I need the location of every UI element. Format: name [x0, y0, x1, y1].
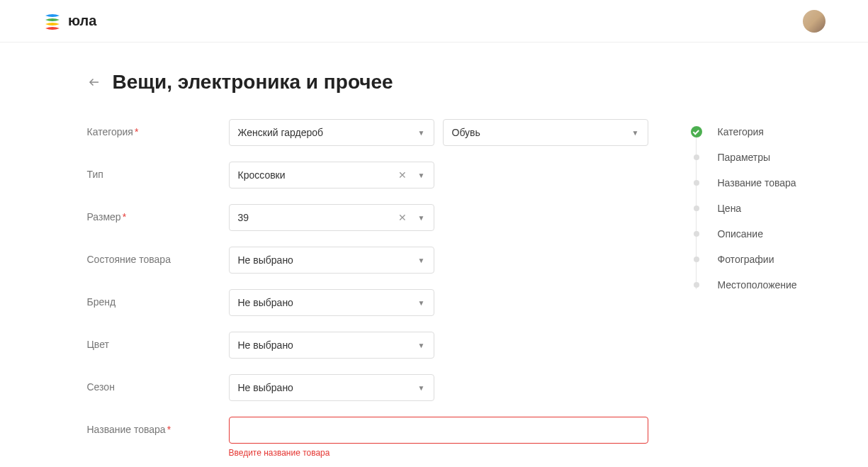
- label-brand: Бренд: [87, 289, 229, 308]
- input-title[interactable]: [229, 417, 648, 444]
- select-value: Не выбрано: [238, 382, 293, 393]
- dot-icon: [694, 282, 699, 288]
- dot-icon: [694, 180, 699, 186]
- row-type: Тип Кроссовки ✕ ▼: [87, 162, 648, 189]
- row-brand: Бренд Не выбрано ▼: [87, 289, 648, 316]
- select-brand[interactable]: Не выбрано ▼: [229, 289, 434, 316]
- chevron-down-icon: ▼: [418, 384, 425, 392]
- logo[interactable]: юла: [43, 11, 96, 31]
- row-season: Сезон Не выбрано ▼: [87, 374, 648, 401]
- chevron-down-icon: ▼: [418, 299, 425, 307]
- select-value: 39: [238, 212, 249, 223]
- select-category-sub[interactable]: Обувь ▼: [443, 119, 648, 146]
- step-item[interactable]: Местоположение: [691, 272, 797, 298]
- logo-icon: [43, 11, 62, 31]
- select-value: Не выбрано: [238, 339, 293, 351]
- chevron-down-icon: ▼: [418, 214, 425, 222]
- step-label: Цена: [718, 203, 742, 214]
- clear-icon[interactable]: ✕: [395, 212, 410, 223]
- label-category: Категория*: [87, 119, 229, 137]
- row-condition: Состояние товара Не выбрано ▼: [87, 247, 648, 274]
- clear-icon[interactable]: ✕: [395, 169, 410, 181]
- label-size: Размер*: [87, 204, 229, 223]
- title-row: Вещи, электроника и прочее: [87, 71, 782, 94]
- chevron-down-icon: ▼: [418, 171, 425, 179]
- step-item[interactable]: Цена: [691, 196, 797, 221]
- select-value: Обувь: [452, 127, 480, 138]
- label-condition: Состояние товара: [87, 247, 229, 265]
- step-item[interactable]: Название товара: [691, 170, 797, 196]
- select-condition[interactable]: Не выбрано ▼: [229, 247, 434, 274]
- chevron-down-icon: ▼: [418, 257, 425, 264]
- check-icon: [691, 126, 702, 137]
- step-label: Фотографии: [718, 254, 774, 265]
- step-item[interactable]: Описание: [691, 221, 797, 247]
- step-label: Описание: [718, 228, 763, 240]
- select-value: Не выбрано: [238, 254, 293, 266]
- select-color[interactable]: Не выбрано ▼: [229, 332, 434, 359]
- step-label: Название товара: [718, 177, 796, 189]
- row-size: Размер* 39 ✕ ▼: [87, 204, 648, 231]
- step-item[interactable]: Фотографии: [691, 247, 797, 272]
- error-title: Введите название товара: [229, 448, 648, 458]
- select-value: Не выбрано: [238, 297, 293, 308]
- select-season[interactable]: Не выбрано ▼: [229, 374, 434, 401]
- dot-icon: [694, 257, 699, 262]
- select-size[interactable]: 39 ✕ ▼: [229, 204, 434, 231]
- label-season: Сезон: [87, 374, 229, 393]
- select-category-main[interactable]: Женский гардероб ▼: [229, 119, 434, 146]
- row-category: Категория* Женский гардероб ▼ Обувь ▼: [87, 119, 648, 146]
- row-title: Название товара* Введите название товара: [87, 417, 648, 458]
- label-title: Название товара*: [87, 417, 229, 435]
- step-label: Местоположение: [718, 279, 797, 291]
- page-title: Вещи, электроника и прочее: [113, 71, 393, 94]
- step-label: Категория: [718, 126, 764, 137]
- step-item[interactable]: Параметры: [691, 145, 797, 170]
- step-item[interactable]: Категория: [691, 119, 797, 145]
- back-arrow-icon[interactable]: [87, 75, 101, 89]
- form: Категория* Женский гардероб ▼ Обувь ▼ Ти: [87, 119, 648, 467]
- select-type[interactable]: Кроссовки ✕ ▼: [229, 162, 434, 189]
- chevron-down-icon: ▼: [418, 342, 425, 349]
- chevron-down-icon: ▼: [418, 129, 425, 137]
- dot-icon: [694, 154, 699, 160]
- label-type: Тип: [87, 162, 229, 180]
- dot-icon: [694, 231, 699, 237]
- step-label: Параметры: [718, 152, 771, 163]
- site-header: юла: [0, 0, 868, 43]
- select-value: Женский гардероб: [238, 127, 324, 138]
- dot-icon: [694, 206, 699, 211]
- avatar[interactable]: [803, 10, 825, 33]
- steps-nav: КатегорияПараметрыНазвание товараЦенаОпи…: [691, 119, 797, 467]
- logo-text: юла: [68, 13, 96, 29]
- label-color: Цвет: [87, 332, 229, 350]
- row-color: Цвет Не выбрано ▼: [87, 332, 648, 359]
- select-value: Кроссовки: [238, 169, 286, 181]
- chevron-down-icon: ▼: [632, 129, 639, 137]
